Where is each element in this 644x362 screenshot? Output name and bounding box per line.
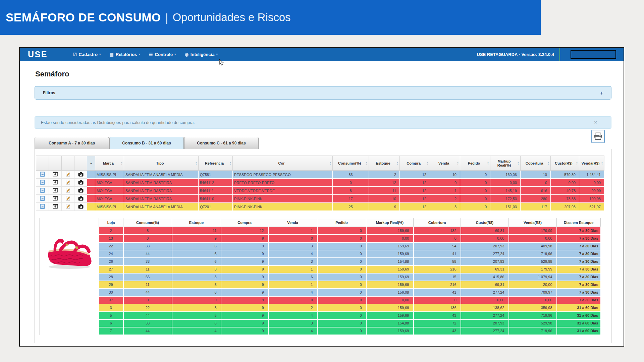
column-header-cor[interactable]: Cor▲▼ xyxy=(233,156,333,171)
sort-carets-icon[interactable]: ▲▼ xyxy=(487,161,489,165)
master-table-row[interactable]: MISSISSIPISANDALIA FEM ANABELA MEDIAQ758… xyxy=(36,171,604,179)
column-header-label: Estoque xyxy=(376,161,390,165)
menu-cadastro[interactable]: ☑ Cadastro ▾ xyxy=(68,48,105,61)
master-table-row[interactable]: MOLECASANDALIA FEM RASTEIRA5464111VERDE-… xyxy=(36,187,604,195)
master-table-row[interactable]: MOLECASANDALIA FEM RASTEIRA5464110PINK-P… xyxy=(36,195,604,203)
edit-button[interactable] xyxy=(62,195,74,203)
detail-cell: 719,96 xyxy=(509,312,557,319)
detail-column-header: Cobertura xyxy=(414,218,461,227)
sort-carets-icon[interactable]: ▲▼ xyxy=(229,161,231,165)
detail-cell: 0 xyxy=(268,235,317,242)
detail-cell: 0 xyxy=(317,289,366,296)
column-header-custo-r-[interactable]: Custo(R$)▲▼ xyxy=(551,156,579,171)
menu-controle[interactable]: ☰ Controle ▾ xyxy=(145,48,180,61)
open-window-button[interactable] xyxy=(49,171,62,179)
sort-carets-icon[interactable]: ▲▼ xyxy=(121,161,123,165)
camera-icon xyxy=(78,204,84,209)
open-window-button[interactable] xyxy=(49,179,62,187)
sort-carets-icon[interactable]: ▲▼ xyxy=(329,161,331,165)
detail-cell: 159,69 xyxy=(366,312,414,319)
master-cell: 0 xyxy=(460,171,490,179)
sort-carets-icon[interactable]: ▲▼ xyxy=(195,161,197,165)
detail-cell: 8 xyxy=(123,227,172,235)
open-window-icon xyxy=(53,196,58,201)
column-header-marca[interactable]: Marca▲▼ xyxy=(95,156,124,171)
master-cell: 25 xyxy=(333,203,369,211)
detail-cell: 1.079,94 xyxy=(509,273,557,281)
filters-panel-header[interactable]: Filtros + xyxy=(35,86,611,100)
open-window-icon xyxy=(53,188,58,193)
column-header-pedido[interactable]: Pedido▲▼ xyxy=(460,156,490,171)
icon-column-header xyxy=(62,156,74,171)
detail-cell: 6 xyxy=(172,319,221,327)
detail-cell: 138,62 xyxy=(461,304,509,312)
tab-consumo-a[interactable]: Consumo A - 7 a 30 dias xyxy=(35,137,109,149)
menu-label: Inteligência xyxy=(191,52,215,57)
master-cell: 99,99 xyxy=(579,187,604,195)
camera-button[interactable] xyxy=(74,195,87,203)
detail-cell: 9 xyxy=(221,258,268,265)
column-header-consumo-[interactable]: Consumo(%)▲▼ xyxy=(333,156,369,171)
master-cell: SANDALIA FEM RASTEIRA xyxy=(124,195,199,203)
sort-carets-icon[interactable]: ▲▼ xyxy=(547,161,549,165)
image-button[interactable] xyxy=(36,171,49,179)
camera-button[interactable] xyxy=(74,203,87,211)
column-header-venda[interactable]: Venda▲▼ xyxy=(430,156,460,171)
column-header-estoque[interactable]: Estoque▲▼ xyxy=(369,156,400,171)
sort-carets-icon[interactable]: ▲▼ xyxy=(396,161,398,165)
detail-cell: 0 xyxy=(317,250,366,258)
sort-carets-icon[interactable]: ▲▼ xyxy=(427,161,429,165)
detail-cell: 9 xyxy=(221,327,268,335)
column-header-markup-real-[interactable]: Markup Real(%)▲▼ xyxy=(490,156,521,171)
menu-relatorios[interactable]: ▦ Relatórios ▾ xyxy=(105,48,144,61)
camera-button[interactable] xyxy=(74,187,87,195)
detail-cell: 0 xyxy=(317,235,366,242)
sort-carets-icon[interactable]: ▲▼ xyxy=(576,161,578,165)
edit-button[interactable] xyxy=(62,187,74,195)
sort-carets-icon[interactable]: ▲▼ xyxy=(517,161,519,165)
detail-cell: 20,00 xyxy=(509,281,557,289)
master-table-row[interactable]: MISSISSIPISANDALIA FEM ANABELA MEDIAQ720… xyxy=(36,203,604,211)
image-button[interactable] xyxy=(36,203,49,211)
sort-carets-icon[interactable]: ▲▼ xyxy=(457,161,459,165)
detail-table-row: 6336930154,8872207,93529,9831 a 60 Dias xyxy=(99,319,601,327)
detail-cell: 9 xyxy=(221,296,268,304)
camera-button[interactable] xyxy=(74,179,87,187)
edit-button[interactable] xyxy=(62,171,74,179)
sort-carets-icon[interactable]: ▲▼ xyxy=(601,161,603,165)
detail-cell: 0,00 xyxy=(461,296,509,304)
column-header-label: Markup Real(%) xyxy=(497,159,511,167)
column-header-cobertura[interactable]: Cobertura▲▼ xyxy=(521,156,551,171)
image-button[interactable] xyxy=(36,187,49,195)
menu-inteligencia[interactable]: ◉ Inteligência ▾ xyxy=(180,48,222,61)
detail-table-row: 7444940159,6943277,24719,9631 a 60 Dias xyxy=(99,327,601,335)
detail-cell: 0,00 xyxy=(461,235,509,242)
sort-carets-icon[interactable]: ▲▼ xyxy=(366,161,368,165)
open-window-button[interactable] xyxy=(49,187,62,195)
detail-cell: 4 xyxy=(268,312,317,319)
tab-consumo-c[interactable]: Consumo C - 61 a 90 dias xyxy=(184,137,259,149)
detail-cell: 31 a 60 Dias xyxy=(557,312,601,319)
edit-button[interactable] xyxy=(62,179,74,187)
tab-consumo-b[interactable]: Consumo B - 31 a 60 dias xyxy=(109,137,184,149)
image-button[interactable] xyxy=(36,195,49,203)
detail-cell: 277,24 xyxy=(461,312,509,319)
image-button[interactable] xyxy=(36,179,49,187)
open-window-button[interactable] xyxy=(49,195,62,203)
row-color-cell xyxy=(87,171,95,179)
camera-button[interactable] xyxy=(74,171,87,179)
master-cell: 145,19 xyxy=(490,187,521,195)
master-cell: 0 xyxy=(460,195,490,203)
close-icon[interactable]: × xyxy=(594,120,597,125)
expand-plus-icon[interactable]: + xyxy=(600,90,603,96)
column-header-tipo[interactable]: Tipo▲▼ xyxy=(124,156,199,171)
open-window-button[interactable] xyxy=(49,203,62,211)
edit-button[interactable] xyxy=(62,203,74,211)
print-button[interactable] xyxy=(591,130,605,143)
master-table-row[interactable]: MOLECASANDALIA FEM RASTEIRA5464112PRETO-… xyxy=(36,179,604,187)
sort-indicator-column[interactable]: ▲ xyxy=(87,156,95,171)
column-header-venda-r-[interactable]: Venda(R$)▲▼ xyxy=(579,156,604,171)
column-header-refer-ncia[interactable]: Referência▲▼ xyxy=(199,156,233,171)
column-header-compra[interactable]: Compra▲▼ xyxy=(400,156,430,171)
detail-cell: 54 xyxy=(414,242,461,250)
